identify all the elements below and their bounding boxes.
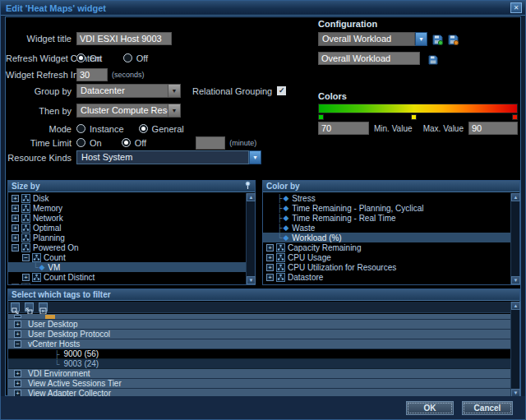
scroll-up-icon[interactable]: ▲ [511, 193, 520, 201]
scroll-up-icon[interactable]: ▲ [247, 193, 256, 201]
tree-item[interactable]: +CPU Utilization for Resources [263, 262, 510, 272]
min-color-marker[interactable] [318, 114, 324, 120]
then-by-label: Then by [6, 106, 76, 116]
tree-item[interactable]: ├◆Stress [263, 193, 510, 203]
ok-button[interactable]: OK [406, 401, 454, 415]
tags-header: Select which tags to filter [8, 289, 519, 301]
tree-item[interactable]: −Powered On [8, 242, 246, 252]
tag-value-row[interactable]: ├9000 (56) [8, 349, 510, 359]
refresh-off-radio[interactable] [123, 53, 132, 62]
save-icon[interactable] [428, 53, 439, 64]
tag-group-row[interactable]: +VDI Environment [8, 369, 510, 379]
expand-icon[interactable]: + [12, 215, 19, 222]
time-limit-off-radio[interactable] [122, 138, 131, 147]
tags-scrollbar[interactable]: ▲ ▼ [510, 302, 519, 397]
mode-instance-radio[interactable] [76, 124, 85, 133]
tree-item[interactable]: +Capacity Remaining [263, 242, 510, 252]
scroll-down-icon[interactable]: ▼ [247, 276, 256, 284]
hierarchy-icon [21, 283, 30, 285]
tree-item[interactable]: +Datastore [263, 272, 510, 282]
expand-icon[interactable]: + [14, 321, 21, 328]
expand-icon[interactable]: + [12, 195, 19, 202]
tag-group-row[interactable]: +User Desktop [8, 320, 510, 330]
max-value-input[interactable] [468, 122, 518, 135]
tree-item[interactable]: + [8, 282, 246, 284]
mode-general-radio[interactable] [139, 124, 148, 133]
mid-color-marker[interactable] [411, 114, 417, 120]
tag-value-row[interactable]: └9003 (24) [8, 359, 510, 369]
chevron-down-icon[interactable]: ▼ [249, 150, 261, 164]
collapse-icon[interactable]: − [22, 254, 30, 261]
save-config-add-icon[interactable] [432, 34, 443, 44]
dropdown-arrow-icon[interactable]: ▼ [168, 84, 181, 98]
expand-icon[interactable]: + [14, 370, 21, 377]
expand-icon[interactable]: + [14, 330, 21, 338]
tree-item-label: CPU Usage [288, 253, 331, 262]
tree-item[interactable]: +Count Distinct [8, 272, 246, 282]
expand-icon[interactable]: + [12, 224, 19, 232]
color-by-tree[interactable]: ├◆Stress├◆Time Remaining - Planning, Cyc… [263, 193, 510, 284]
color-by-scrollbar[interactable]: ▲ ▼ [510, 193, 519, 284]
scroll-up-icon[interactable]: ▲ [511, 302, 520, 310]
group-by-dropdown[interactable]: Datacenter ▼ [76, 84, 181, 98]
close-icon[interactable]: ✕ [510, 2, 522, 13]
tree-item[interactable]: +CPU Usage [263, 252, 510, 262]
config-name-input[interactable] [318, 52, 420, 65]
expand-icon[interactable]: + [266, 254, 274, 261]
collapse-all-icon[interactable] [25, 302, 34, 312]
min-value-input[interactable] [318, 122, 369, 135]
pin-icon[interactable] [244, 181, 251, 192]
tree-connector: ├ [277, 214, 282, 222]
size-by-scrollbar[interactable]: ▲ ▼ [246, 193, 255, 284]
tree-item[interactable]: └◆Workload (%) [263, 233, 510, 242]
tree-item[interactable]: ├◆Waste [263, 223, 510, 233]
relational-grouping-checkbox[interactable]: ✓ [277, 86, 286, 95]
hierarchy-icon [276, 243, 285, 252]
edit-heat-maps-dialog: Edit 'Heat Maps' widget ✕ Widget title R… [0, 0, 526, 420]
chevron-down-icon[interactable]: ▼ [415, 32, 427, 46]
scroll-down-icon[interactable]: ▼ [511, 276, 520, 284]
tags-list[interactable]: +User Desktop+User Desktop Protocol−vCen… [8, 314, 510, 397]
time-limit-input[interactable] [196, 136, 225, 150]
tree-item[interactable]: +Disk [8, 193, 246, 203]
refresh-on-radio[interactable] [76, 53, 85, 62]
save-config-remove-icon[interactable] [448, 34, 459, 44]
tree-item[interactable]: +Optimal [8, 223, 246, 233]
clear-selection-icon[interactable] [39, 302, 48, 312]
collapse-icon[interactable]: − [12, 244, 19, 252]
expand-all-icon[interactable] [11, 302, 20, 312]
resource-kinds-dropdown[interactable]: Host System ▼ [76, 150, 261, 164]
expand-icon[interactable]: + [12, 284, 19, 285]
tree-item[interactable]: −Count [8, 252, 246, 262]
cancel-button[interactable]: Cancel [462, 401, 513, 415]
collapse-icon[interactable]: − [14, 340, 21, 348]
hierarchy-icon [276, 273, 285, 282]
tree-item[interactable]: ├◆Time Remaining - Real Time [263, 213, 510, 223]
tree-item[interactable]: +Planning [8, 233, 246, 242]
size-by-tree[interactable]: +Disk+Memory+Network+Optimal+Planning−Po… [8, 193, 246, 284]
gradient-markers [318, 113, 518, 121]
then-by-dropdown[interactable]: Cluster Compute Resource ▼ [76, 104, 181, 118]
tree-item[interactable]: └◆VM [8, 262, 246, 272]
expand-icon[interactable]: + [12, 234, 19, 242]
expand-icon[interactable]: + [266, 244, 274, 252]
max-color-marker[interactable] [512, 114, 518, 120]
widget-title-input[interactable] [76, 32, 172, 45]
tree-item[interactable]: ├◆Time Remaining - Planning, Cyclical [263, 203, 510, 213]
tag-group-row[interactable]: −vCenter Hosts [8, 339, 510, 349]
tag-group-row[interactable]: +User Desktop Protocol [8, 330, 510, 339]
expand-icon[interactable]: + [266, 274, 274, 281]
tree-item[interactable]: +Memory [8, 203, 246, 213]
time-limit-on-radio[interactable] [76, 138, 85, 147]
config-preset-dropdown[interactable]: Overall Workload ▼ [318, 32, 427, 46]
expand-icon[interactable]: + [266, 264, 274, 271]
dropdown-arrow-icon[interactable]: ▼ [168, 104, 181, 118]
color-gradient-bar[interactable] [318, 104, 518, 113]
expand-icon[interactable]: + [12, 205, 19, 212]
time-limit-label: Time Limit [6, 138, 76, 148]
expand-icon[interactable]: + [22, 274, 30, 281]
tree-item[interactable]: +Network [8, 213, 246, 223]
expand-icon[interactable]: + [14, 380, 21, 387]
refresh-interval-input[interactable] [76, 68, 108, 81]
tag-group-row[interactable]: +View Active Sessions Tier [8, 379, 510, 389]
